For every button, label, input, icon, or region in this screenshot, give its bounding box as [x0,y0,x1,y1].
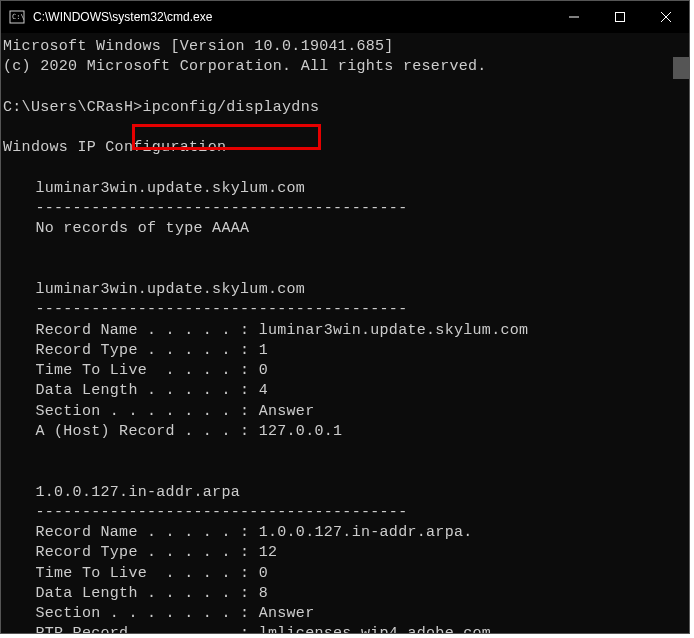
terminal-line: Data Length . . . . . : 8 [3,584,671,604]
terminal-line: luminar3win.update.skylum.com [3,179,671,199]
terminal-line: (c) 2020 Microsoft Corporation. All righ… [3,57,671,77]
terminal-line: No records of type AAAA [3,219,671,239]
terminal-area: Microsoft Windows [Version 10.0.19041.68… [1,33,689,633]
svg-rect-3 [616,13,625,22]
terminal-line: Section . . . . . . . : Answer [3,604,671,624]
titlebar-title: C:\WINDOWS\system32\cmd.exe [33,10,551,24]
close-button[interactable] [643,1,689,33]
terminal-line [3,260,671,280]
window-controls [551,1,689,33]
terminal-line: Microsoft Windows [Version 10.0.19041.68… [3,37,671,57]
terminal-line: ---------------------------------------- [3,503,671,523]
minimize-button[interactable] [551,1,597,33]
terminal-line [3,462,671,482]
terminal-line: Record Name . . . . . : 1.0.0.127.in-add… [3,523,671,543]
terminal-line: Time To Live . . . . : 0 [3,361,671,381]
terminal-line [3,442,671,462]
cmd-window: C:\ C:\WINDOWS\system32\cmd.exe Microsof… [0,0,690,634]
prompt-command: ipconfig/displaydns [143,99,320,116]
terminal-line: Record Type . . . . . : 12 [3,543,671,563]
terminal-line: A (Host) Record . . . : 127.0.0.1 [3,422,671,442]
terminal-output[interactable]: Microsoft Windows [Version 10.0.19041.68… [1,33,673,633]
terminal-line: 1.0.0.127.in-addr.arpa [3,483,671,503]
svg-text:C:\: C:\ [12,13,25,21]
scrollbar[interactable] [673,33,689,633]
terminal-line: Time To Live . . . . : 0 [3,564,671,584]
terminal-line [3,159,671,179]
terminal-line [3,78,671,98]
scrollbar-thumb[interactable] [673,57,689,79]
terminal-line: Record Type . . . . . : 1 [3,341,671,361]
terminal-line: PTR Record . . . . . : lmlicenses.wip4.a… [3,624,671,633]
terminal-line: Windows IP Configuration [3,138,671,158]
terminal-line: Data Length . . . . . : 4 [3,381,671,401]
terminal-line: luminar3win.update.skylum.com [3,280,671,300]
terminal-line: Record Name . . . . . : luminar3win.upda… [3,321,671,341]
maximize-button[interactable] [597,1,643,33]
prompt-line: C:\Users\CRasH>ipconfig/displaydns [3,98,671,118]
cmd-icon: C:\ [9,9,25,25]
terminal-line: Section . . . . . . . : Answer [3,402,671,422]
terminal-line: ---------------------------------------- [3,300,671,320]
titlebar[interactable]: C:\ C:\WINDOWS\system32\cmd.exe [1,1,689,33]
terminal-line: ---------------------------------------- [3,199,671,219]
prompt-path: C:\Users\CRasH> [3,99,143,116]
terminal-line [3,240,671,260]
terminal-line [3,118,671,138]
